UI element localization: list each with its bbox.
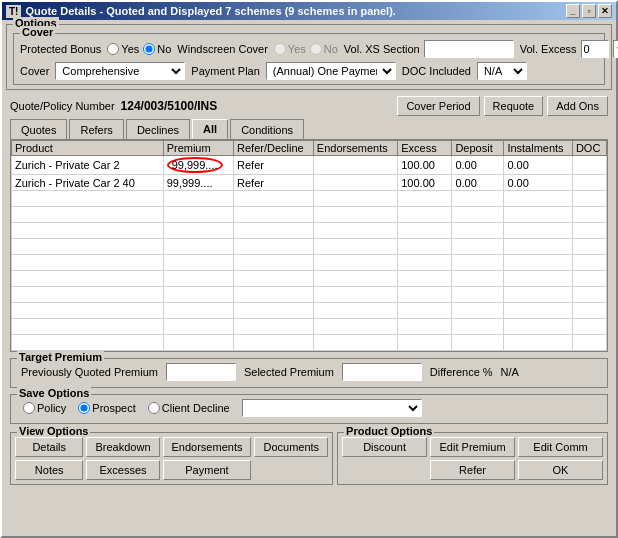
view-options-label: View Options xyxy=(17,425,90,437)
refer-button[interactable]: Refer xyxy=(430,460,515,480)
table-cell xyxy=(572,175,606,191)
payment-button[interactable]: Payment xyxy=(163,460,252,480)
maximize-button[interactable]: ▫ xyxy=(582,4,596,18)
vol-xs-section-label: Vol. XS Section xyxy=(344,43,420,55)
documents-button[interactable]: Documents xyxy=(254,437,328,457)
quotes-table: Product Premium Refer/Decline Endorsemen… xyxy=(11,140,607,351)
save-client-decline-option[interactable]: Client Decline xyxy=(148,402,230,414)
tab-refers[interactable]: Refers xyxy=(69,119,123,139)
tab-all[interactable]: All xyxy=(192,119,228,139)
table-row-empty xyxy=(12,287,607,303)
vol-xs-section: Vol. XS Section xyxy=(344,40,514,58)
selected-premium-label: Selected Premium xyxy=(244,366,334,378)
table-row-empty xyxy=(12,223,607,239)
policy-row: Quote/Policy Number 124/003/5100/INS Cov… xyxy=(6,93,612,119)
vol-excess-dropdown[interactable] xyxy=(613,40,618,58)
minimize-button[interactable]: _ xyxy=(566,4,580,18)
discount-button[interactable]: Discount xyxy=(342,437,427,457)
tab-conditions[interactable]: Conditions xyxy=(230,119,304,139)
prev-quoted-input[interactable]: 0.00 xyxy=(166,363,236,381)
quote-policy-label: Quote/Policy Number xyxy=(10,100,115,112)
table-cell xyxy=(313,175,397,191)
cover-field-label: Cover xyxy=(20,65,49,77)
table-row[interactable]: Zurich - Private Car 299,999....Refer100… xyxy=(12,156,607,175)
tabs-row: Quotes Refers Declines All Conditions xyxy=(6,119,612,139)
table-row[interactable]: Zurich - Private Car 2 4099,999....Refer… xyxy=(12,175,607,191)
target-premium-row: Previously Quoted Premium 0.00 Selected … xyxy=(17,361,601,383)
table-cell: 100.00 xyxy=(398,175,452,191)
notes-button[interactable]: Notes xyxy=(15,460,83,480)
col-premium: Premium xyxy=(163,141,233,156)
tab-quotes[interactable]: Quotes xyxy=(10,119,67,139)
windscreen-cover-radio: Yes No xyxy=(274,43,338,55)
col-endorsements: Endorsements xyxy=(313,141,397,156)
save-options-row: Policy Prospect Client Decline xyxy=(17,397,601,419)
view-options-group: View Options Details Breakdown Endorseme… xyxy=(10,432,333,485)
cover-group: Cover Protected Bonus Yes No xyxy=(13,33,605,85)
cover-select[interactable]: Comprehensive xyxy=(55,62,185,80)
window-title: Quote Details - Quoted and Displayed 7 s… xyxy=(25,5,395,17)
add-ons-button[interactable]: Add Ons xyxy=(547,96,608,116)
bottom-sections: View Options Details Breakdown Endorseme… xyxy=(6,426,612,485)
title-bar-buttons: _ ▫ ✕ xyxy=(566,4,612,18)
close-button[interactable]: ✕ xyxy=(598,4,612,18)
table-cell: 99,999.... xyxy=(163,156,233,175)
col-product: Product xyxy=(12,141,164,156)
difference-value: N/A xyxy=(501,366,519,378)
table-container: Product Premium Refer/Decline Endorsemen… xyxy=(10,139,608,352)
table-row-empty xyxy=(12,271,607,287)
windscreen-yes[interactable]: Yes xyxy=(274,43,306,55)
payment-plan-label: Payment Plan xyxy=(191,65,259,77)
edit-premium-button[interactable]: Edit Premium xyxy=(430,437,515,457)
policy-number: 124/003/5100/INS xyxy=(121,99,218,113)
product-options-group: Product Options Discount Edit Premium Ed… xyxy=(337,432,608,485)
vol-xs-input[interactable] xyxy=(424,40,514,58)
cover-period-button[interactable]: Cover Period xyxy=(397,96,479,116)
selected-premium-input[interactable]: 99,999.00 xyxy=(342,363,422,381)
windscreen-no[interactable]: No xyxy=(310,43,338,55)
table-cell: Zurich - Private Car 2 xyxy=(12,156,164,175)
difference-label: Difference % xyxy=(430,366,493,378)
doc-included-select[interactable]: N/A xyxy=(477,62,527,80)
save-options-group: Save Options Policy Prospect Client Decl… xyxy=(10,394,608,424)
table-cell: 0.00 xyxy=(452,156,504,175)
protected-bonus-no[interactable]: No xyxy=(143,43,171,55)
save-policy-option[interactable]: Policy xyxy=(23,402,66,414)
save-prospect-option[interactable]: Prospect xyxy=(78,402,135,414)
product-buttons-grid: Discount Edit Premium Edit Comm Refer OK xyxy=(342,437,603,480)
col-excess: Excess xyxy=(398,141,452,156)
col-deposit: Deposit xyxy=(452,141,504,156)
main-window: T! Quote Details - Quoted and Displayed … xyxy=(0,0,618,538)
vol-excess-group: Vol. Excess xyxy=(520,40,618,58)
breakdown-button[interactable]: Breakdown xyxy=(86,437,159,457)
edit-comm-button[interactable]: Edit Comm xyxy=(518,437,603,457)
vol-excess-label: Vol. Excess xyxy=(520,43,577,55)
payment-plan-select[interactable]: (Annual) One Payment In xyxy=(266,62,396,80)
protected-bonus-label: Protected Bonus xyxy=(20,43,101,55)
cover-label-badge: Cover xyxy=(20,26,55,38)
save-options-label: Save Options xyxy=(17,387,91,399)
doc-included-label: DOC Included xyxy=(402,65,471,77)
endorsements-button[interactable]: Endorsements xyxy=(163,437,252,457)
ok-button[interactable]: OK xyxy=(518,460,603,480)
details-button[interactable]: Details xyxy=(15,437,83,457)
client-decline-dropdown[interactable] xyxy=(242,399,422,417)
excesses-button[interactable]: Excesses xyxy=(86,460,159,480)
prev-quoted-label: Previously Quoted Premium xyxy=(21,366,158,378)
table-cell: Refer xyxy=(234,156,314,175)
app-icon: T! xyxy=(6,5,21,18)
table-row-empty xyxy=(12,255,607,271)
requote-button[interactable]: Requote xyxy=(484,96,544,116)
table-cell: 0.00 xyxy=(504,156,573,175)
protected-bonus-radio: Yes No xyxy=(107,43,171,55)
protected-bonus-yes[interactable]: Yes xyxy=(107,43,139,55)
table-cell: 0.00 xyxy=(504,175,573,191)
tab-declines[interactable]: Declines xyxy=(126,119,190,139)
table-row-empty xyxy=(12,239,607,255)
vol-excess-input[interactable] xyxy=(581,40,609,58)
table-cell: 100.00 xyxy=(398,156,452,175)
table-row-empty xyxy=(12,303,607,319)
table-row-empty xyxy=(12,319,607,335)
options-group: Options Cover Protected Bonus Yes xyxy=(6,24,612,90)
table-row-empty xyxy=(12,191,607,207)
